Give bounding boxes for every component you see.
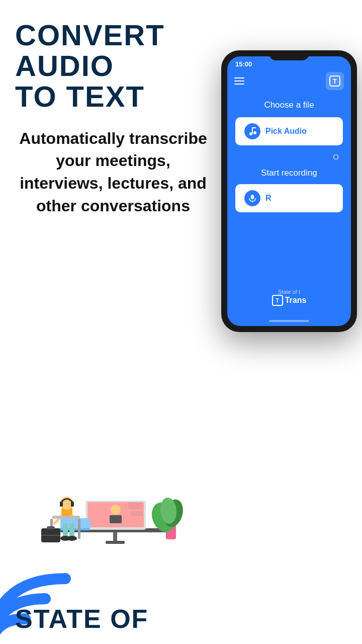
music-icon [244,123,260,139]
svg-rect-13 [63,523,68,537]
subtitle-text: Automatically transcribe your meetings, … [15,127,211,217]
illustration [30,463,191,553]
pick-audio-button[interactable]: Pick Audio [235,117,343,145]
app-logo: T [326,72,344,90]
svg-rect-19 [78,519,80,539]
main-title: CONVERT AUDIO TO TEXT [15,20,211,112]
svg-rect-9 [60,502,63,507]
home-indicator [269,320,309,322]
phone-body: 15:00 T Choose a file [221,50,357,332]
svg-text:T: T [333,77,337,85]
state-of-art-label: State of t [227,289,351,295]
pick-audio-label: Pick Audio [265,127,307,136]
svg-point-32 [253,131,256,134]
or-divider: O [235,152,343,161]
choose-file-label: Choose a file [235,100,343,110]
svg-rect-6 [110,515,122,523]
phone-mockup: 15:00 T Choose a file [221,50,362,604]
svg-point-16 [67,536,77,541]
record-label: R [265,194,272,203]
app-header: T [227,70,351,95]
hamburger-menu-icon[interactable] [234,77,244,85]
microphone-icon [244,190,260,206]
phone-screen: 15:00 T Choose a file [227,56,351,326]
svg-rect-14 [69,523,74,537]
record-button[interactable]: R [235,184,343,212]
svg-point-5 [111,505,121,515]
bottom-state-of-text: STATE OF [15,604,148,634]
trans-logo-box: T [272,295,283,306]
svg-rect-27 [128,502,142,509]
svg-rect-2 [106,541,125,544]
phone-screen-bottom: State of t T Trans [227,289,351,306]
start-recording-label: Start recording [235,168,343,178]
svg-rect-28 [131,511,143,516]
svg-rect-21 [47,526,55,529]
trans-logo-text: Trans [285,296,307,305]
trans-logo: T Trans [227,295,351,306]
phone-notch [269,50,309,60]
svg-rect-17 [52,516,80,519]
svg-rect-34 [252,127,256,128]
time-display: 15:00 [235,60,252,68]
svg-rect-35 [251,195,254,199]
svg-rect-10 [71,502,74,507]
screen-content: Choose a file Pick Audio O [227,95,351,217]
